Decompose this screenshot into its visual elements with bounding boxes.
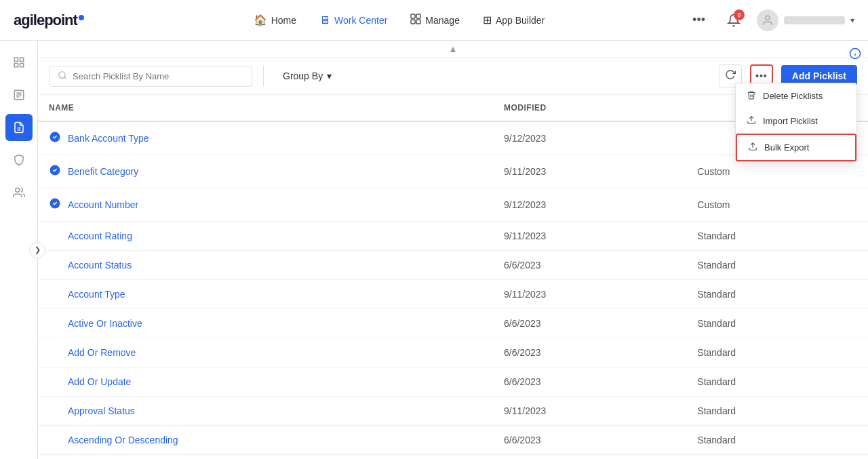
nav-right: ••• 0 ▾ [687, 8, 854, 33]
picklist-name-link[interactable]: Active Or Inactive [68, 318, 142, 329]
table-row: Campaign Status 6/6/2023Standard [38, 455, 868, 460]
cell-modified: 6/6/2023 [493, 251, 686, 280]
notification-button[interactable]: 0 [722, 8, 746, 33]
picklist-name-link[interactable]: Ascending Or Descending [68, 435, 178, 445]
sidebar-item-documents[interactable] [5, 81, 33, 108]
top-navigation: agilepoint 🏠 Home 🖥 Work Center Manage ⊞… [0, 0, 868, 41]
cell-modified: 6/6/2023 [493, 455, 686, 460]
nav-items: 🏠 Home 🖥 Work Center Manage ⊞ App Builde… [111, 8, 687, 33]
logo-text: agilepoint [14, 12, 77, 29]
picklist-name-link[interactable]: Account Rating [68, 231, 132, 241]
collapse-button[interactable]: ▲ [448, 43, 458, 54]
col-name: NAME [38, 95, 493, 121]
sidebar-item-dashboard[interactable] [5, 49, 33, 76]
cell-modified: 9/11/2023 [493, 397, 686, 426]
delete-picklists-label: Delete Picklists [763, 91, 823, 101]
table-row: Account Status 6/6/2023Standard [38, 251, 868, 280]
sidebar-item-picklist[interactable] [5, 114, 33, 141]
home-icon: 🏠 [254, 14, 267, 26]
svg-point-4 [766, 16, 770, 20]
cell-modified: 6/6/2023 [493, 309, 686, 338]
table-row: Add Or Remove 6/6/2023Standard [38, 338, 868, 367]
nav-label-home: Home [271, 15, 296, 26]
svg-rect-0 [411, 14, 415, 18]
chevron-down-icon: ▾ [850, 16, 854, 25]
svg-rect-2 [411, 20, 415, 24]
col-modified-label: MODIFIED [504, 103, 547, 113]
picklist-name-link[interactable]: Account Status [68, 260, 132, 271]
col-modified: MODIFIED [493, 95, 686, 121]
dropdown-delete-picklists[interactable]: Delete Picklists [736, 83, 856, 108]
cell-name: Add Or Remove [38, 338, 493, 367]
cell-modified: 9/11/2023 [493, 280, 686, 309]
table-body: Bank Account Type 9/12/2023 Benefit Cate… [38, 121, 868, 459]
svg-line-20 [64, 77, 66, 79]
dropdown-import-picklist[interactable]: Import Picklist [736, 108, 856, 134]
cell-modified: 9/11/2023 [493, 155, 686, 188]
search-box [49, 66, 252, 87]
logo: agilepoint [14, 12, 84, 29]
picklist-name-link[interactable]: Add Or Remove [68, 347, 136, 358]
cell-modified: 6/6/2023 [493, 367, 686, 397]
table-row: Add Or Update 6/6/2023Standard [38, 367, 868, 397]
svg-rect-7 [14, 64, 18, 67]
svg-rect-1 [416, 14, 420, 18]
picklist-name-link[interactable]: Benefit Category [68, 166, 138, 177]
collapse-bar: ▲ [38, 41, 868, 58]
svg-rect-6 [20, 58, 23, 61]
picklist-name-link[interactable]: Account Number [68, 199, 138, 210]
check-icon [49, 197, 61, 212]
nav-item-app-builder[interactable]: ⊞ App Builder [473, 8, 554, 32]
cell-name: Add Or Update [38, 367, 493, 397]
cell-type: Standard [686, 280, 868, 309]
sidebar-expand-button[interactable]: ❯ [29, 242, 45, 258]
user-menu[interactable]: ▾ [757, 9, 854, 31]
trash-icon [747, 90, 756, 102]
check-icon [49, 131, 61, 146]
sidebar-item-users[interactable] [5, 179, 33, 206]
svg-rect-5 [14, 58, 18, 61]
notification-badge: 0 [734, 9, 745, 20]
import-icon [747, 115, 756, 127]
logo-dot [79, 15, 84, 20]
picklist-name-link[interactable]: Bank Account Type [68, 133, 149, 144]
group-by-button[interactable]: Group By ▾ [275, 66, 340, 85]
cell-type: Standard [686, 222, 868, 251]
avatar [757, 9, 778, 31]
cell-name: Approval Status [38, 397, 493, 426]
cell-type: Standard [686, 426, 868, 455]
cell-type: Standard [686, 251, 868, 280]
picklist-name-link[interactable]: Add Or Update [68, 376, 131, 387]
table-row: Account Number 9/12/2023Custom [38, 188, 868, 222]
cell-name: Active Or Inactive [38, 309, 493, 338]
table-row: Approval Status 9/11/2023Standard [38, 397, 868, 426]
cell-name: Benefit Category [38, 155, 493, 188]
table-row: Active Or Inactive 6/6/2023Standard [38, 309, 868, 338]
add-picklist-label: Add Picklist [792, 71, 846, 81]
sidebar-item-security[interactable] [5, 146, 33, 174]
col-name-label: NAME [49, 103, 74, 113]
cell-name: Account Number [38, 188, 493, 222]
cell-type: Standard [686, 309, 868, 338]
info-icon[interactable] [849, 47, 861, 62]
cell-name: Campaign Status [38, 455, 493, 460]
app-builder-icon: ⊞ [483, 14, 492, 26]
picklist-name-link[interactable]: Account Type [68, 289, 125, 300]
dropdown-bulk-export[interactable]: Bulk Export [736, 134, 856, 161]
nav-item-work-center[interactable]: 🖥 Work Center [310, 9, 397, 32]
cell-modified: 9/11/2023 [493, 222, 686, 251]
nav-item-manage[interactable]: Manage [401, 8, 469, 33]
monitor-icon: 🖥 [319, 14, 330, 26]
svg-point-15 [15, 188, 19, 192]
search-input[interactable] [73, 71, 243, 81]
nav-item-home[interactable]: 🏠 Home [244, 8, 306, 32]
search-icon [58, 71, 67, 82]
nav-more-button[interactable]: ••• [687, 10, 711, 30]
picklist-name-link[interactable]: Approval Status [68, 405, 135, 416]
cell-type: Standard [686, 338, 868, 367]
group-by-label: Group By [283, 71, 323, 81]
table-row: Ascending Or Descending 6/6/2023Standard [38, 426, 868, 455]
cell-name: Account Rating [38, 222, 493, 251]
export-icon [748, 142, 757, 153]
nav-label-work-center: Work Center [334, 15, 387, 26]
